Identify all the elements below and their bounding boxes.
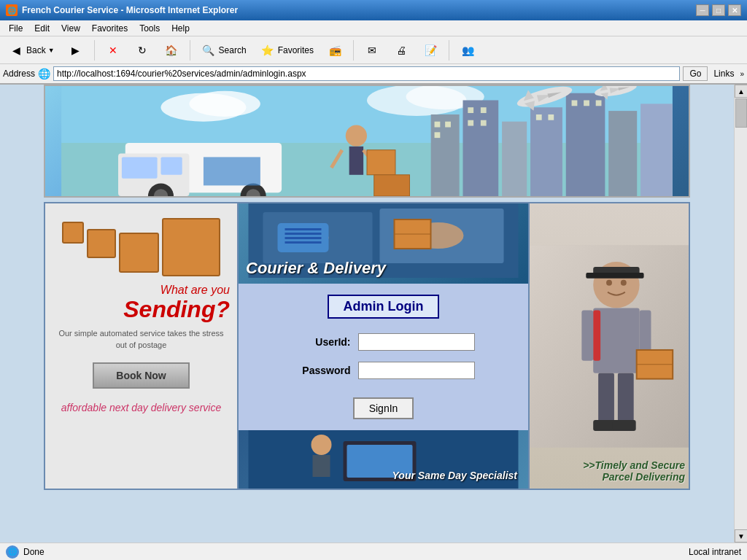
ie-icon: 🌐: [6, 4, 18, 16]
browser-content: What are you Sending? Our simple automat…: [0, 85, 747, 542]
mail-icon: ✉: [364, 42, 380, 58]
password-input[interactable]: [358, 362, 475, 379]
title-bar: 🌐 French Courier Service - Microsoft Int…: [0, 0, 747, 20]
close-button[interactable]: ✕: [728, 4, 741, 16]
svg-rect-27: [122, 157, 158, 178]
scroll-track[interactable]: [735, 98, 747, 529]
window-title: French Courier Service - Microsoft Inter…: [22, 5, 238, 15]
go-button[interactable]: Go: [683, 66, 708, 81]
left-panel: What are you Sending? Our simple automat…: [45, 203, 239, 489]
scroll-thumb[interactable]: [735, 98, 747, 128]
svg-rect-59: [285, 233, 322, 235]
svg-rect-61: [285, 241, 322, 244]
links-button[interactable]: Links: [711, 69, 737, 79]
timely-line2: Parcel Delivering: [602, 471, 685, 483]
links-chevron-icon: »: [740, 70, 744, 78]
discuss-button[interactable]: 👥: [454, 39, 481, 61]
userid-input[interactable]: [358, 333, 475, 351]
back-icon: ◀: [8, 42, 24, 58]
print-icon: 🖨: [393, 42, 409, 58]
forward-icon: ▶: [68, 42, 84, 58]
menu-file[interactable]: File: [3, 23, 28, 34]
box-md: [119, 233, 159, 273]
stop-icon: ✕: [105, 42, 121, 58]
bottom-banner: Your Same Day Specialist: [239, 430, 528, 489]
favorites-button[interactable]: ⭐ Favorites: [255, 39, 319, 61]
svg-rect-19: [481, 120, 487, 126]
userid-row: UserId:: [253, 333, 514, 351]
svg-rect-35: [349, 147, 363, 175]
media-button[interactable]: 📻: [322, 39, 348, 61]
stop-button[interactable]: ✕: [100, 39, 126, 61]
page-wrapper: What are you Sending? Our simple automat…: [0, 85, 734, 497]
separator-1: [94, 40, 95, 61]
svg-rect-17: [481, 107, 487, 113]
menu-view[interactable]: View: [55, 23, 86, 34]
back-dropdown-icon[interactable]: ▼: [48, 47, 55, 54]
svg-rect-13: [435, 122, 441, 128]
courier-banner-text: Courier & Delivery: [246, 259, 386, 278]
minimize-button[interactable]: ─: [696, 4, 709, 16]
scroll-up-button[interactable]: ▲: [735, 85, 747, 98]
book-now-button[interactable]: Book Now: [93, 362, 189, 389]
signin-button[interactable]: SignIn: [353, 397, 414, 419]
print-button[interactable]: 🖨: [388, 39, 414, 61]
status-text: Done: [23, 547, 44, 557]
description-text: Our simple automated service takes the s…: [53, 328, 230, 351]
address-label: Address: [3, 69, 35, 79]
toolbar: ◀ Back ▼ ▶ ✕ ↻ 🏠 🔍 Search ⭐ Favorites 📻 …: [0, 36, 747, 64]
svg-rect-10: [566, 93, 605, 196]
refresh-icon: ↻: [134, 42, 150, 58]
what-sending-container: What are you Sending?: [53, 284, 230, 322]
menu-favorites[interactable]: Favorites: [86, 23, 133, 34]
address-input[interactable]: [53, 66, 680, 81]
title-bar-controls: ─ □ ✕: [696, 4, 741, 16]
scroll-down-button[interactable]: ▼: [735, 529, 747, 542]
svg-rect-74: [581, 310, 593, 360]
svg-point-82: [606, 279, 612, 285]
same-day-text: Your Same Day Specialist: [392, 470, 517, 481]
svg-rect-38: [367, 150, 395, 175]
sending-text: Sending?: [53, 297, 230, 322]
menu-edit[interactable]: Edit: [28, 23, 55, 34]
svg-rect-12: [640, 104, 673, 196]
svg-rect-11: [608, 111, 637, 196]
login-area: Admin Login UserId: Password SignIn: [239, 284, 528, 430]
svg-rect-20: [536, 114, 542, 120]
svg-rect-18: [468, 120, 473, 126]
menu-bar: File Edit View Favorites Tools Help: [0, 20, 747, 36]
svg-rect-16: [468, 107, 473, 113]
svg-rect-71: [586, 272, 643, 278]
page-icon: 🌐: [38, 68, 50, 79]
userid-label: UserId:: [293, 336, 351, 348]
banner-svg: [45, 86, 689, 196]
svg-point-34: [346, 125, 367, 147]
three-column-layout: What are you Sending? Our simple automat…: [44, 202, 690, 490]
status-globe-icon: 🌐: [6, 545, 19, 559]
what-are-text: What are you: [53, 284, 230, 297]
svg-rect-33: [204, 157, 260, 185]
search-icon: 🔍: [201, 42, 217, 58]
address-bar: Address 🌐 Go Links »: [0, 64, 747, 85]
courier-banner: Courier & Delivery: [239, 203, 528, 284]
refresh-button[interactable]: ↻: [129, 39, 155, 61]
svg-rect-75: [640, 310, 651, 353]
edit-button[interactable]: 📝: [417, 39, 444, 61]
back-button[interactable]: ◀ Back ▼: [3, 39, 60, 61]
home-button[interactable]: 🏠: [158, 39, 185, 61]
menu-tools[interactable]: Tools: [133, 23, 166, 34]
title-bar-left: 🌐 French Courier Service - Microsoft Int…: [6, 4, 238, 16]
svg-rect-15: [435, 132, 441, 138]
admin-login-title: Admin Login: [328, 295, 440, 319]
menu-help[interactable]: Help: [166, 23, 196, 34]
separator-2: [190, 40, 190, 61]
forward-button[interactable]: ▶: [63, 39, 89, 61]
edit-icon: 📝: [422, 42, 438, 58]
courier-person-svg: [530, 244, 689, 448]
main-scroll-area[interactable]: What are you Sending? Our simple automat…: [0, 85, 734, 542]
mail-button[interactable]: ✉: [359, 39, 385, 61]
search-button[interactable]: 🔍 Search: [196, 39, 252, 61]
svg-rect-79: [618, 373, 634, 423]
svg-point-63: [311, 435, 332, 455]
maximize-button[interactable]: □: [712, 4, 725, 16]
